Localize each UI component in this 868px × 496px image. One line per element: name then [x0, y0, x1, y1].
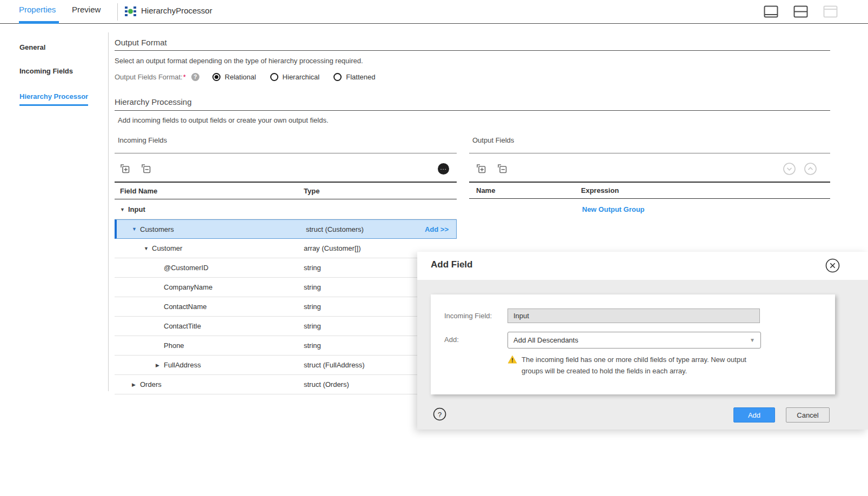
sidebar-divider: [108, 32, 109, 391]
more-options-button[interactable]: ...: [438, 163, 449, 175]
field-name-cell: ▶FullAddress: [115, 361, 304, 369]
field-name-text: Phone: [164, 341, 184, 350]
field-name-text: ContactName: [164, 303, 206, 311]
header-rule: [115, 199, 457, 199]
top-bar: Properties Preview HierarchyProcessor: [0, 0, 868, 24]
active-tab-underline: [19, 21, 59, 24]
add-button[interactable]: Add: [733, 407, 775, 423]
radio-selected-icon: [212, 73, 221, 81]
field-name-text: @CustomerID: [164, 264, 209, 272]
dialog-title-bar: Add Field: [417, 252, 868, 280]
sidebar-item-incoming-fields[interactable]: Incoming Fields: [19, 67, 73, 75]
field-name-text: ContactTitle: [164, 322, 201, 330]
field-name-text: CompanyName: [164, 283, 212, 291]
new-output-group-link[interactable]: New Output Group: [582, 205, 645, 213]
field-name-cell: @CustomerID: [115, 264, 304, 272]
field-row-orders[interactable]: ▶Ordersstruct (Orders): [115, 375, 457, 394]
field-name-text: Customer: [152, 244, 182, 252]
header-rule: [469, 198, 830, 199]
field-name-cell: ▼Customers: [117, 225, 306, 233]
svg-text:?: ?: [438, 411, 442, 419]
move-down-button[interactable]: [783, 162, 796, 178]
panel-split-layout-icon[interactable]: [793, 5, 808, 20]
toolbar-rule: [469, 182, 830, 183]
add-mode-label: Add:: [444, 336, 459, 344]
tab-properties[interactable]: Properties: [19, 5, 56, 14]
tab-preview[interactable]: Preview: [72, 5, 101, 14]
expand-all-button[interactable]: [475, 163, 487, 177]
field-row-companyname[interactable]: CompanyNamestring: [115, 278, 457, 297]
field-row-fulladdress[interactable]: ▶FullAddressstruct (FullAddress): [115, 356, 457, 375]
field-name-cell: ▶Orders: [115, 380, 304, 388]
radio-unselected-icon: [333, 73, 342, 81]
field-name-text: Orders: [140, 380, 162, 388]
caret-down-icon[interactable]: ▼: [132, 226, 140, 232]
hierarchy-processor-properties-page: Properties Preview HierarchyProcessor: [0, 0, 868, 496]
caret-down-icon[interactable]: ▼: [120, 207, 128, 212]
panel-top-layout-icon: [823, 5, 838, 20]
dialog-content-card: Incoming Field: Add: Add All Descendants…: [431, 294, 835, 394]
expand-all-button[interactable]: [119, 163, 131, 177]
field-name-cell: ContactTitle: [115, 322, 304, 330]
move-up-button[interactable]: [804, 162, 817, 178]
radio-option-label: Flattened: [346, 73, 375, 81]
field-type-text: array (Customer[]): [304, 244, 457, 252]
dialog-body: Incoming Field: Add: Add All Descendants…: [417, 280, 868, 430]
add-mode-select[interactable]: Add All Descendants ▼: [508, 332, 761, 348]
field-row--customerid[interactable]: @CustomerIDstring: [115, 258, 457, 278]
output-fields-format-label: Output Fields Format:: [115, 73, 183, 81]
sidebar-item-hierarchy-processor[interactable]: Hierarchy Processor: [19, 92, 88, 106]
toolbar-rule: [115, 182, 457, 183]
caret-right-icon[interactable]: ▶: [132, 382, 140, 387]
sidebar-item-general[interactable]: General: [19, 43, 45, 51]
hierarchy-processor-icon: [124, 5, 137, 20]
topbar-divider: [117, 3, 118, 21]
collapse-all-button[interactable]: [496, 163, 508, 177]
field-row-input[interactable]: ▼Input: [115, 200, 457, 219]
field-row-customers[interactable]: ▼Customersstruct (Customers)Add >>: [115, 219, 457, 239]
field-name-cell: ContactName: [115, 303, 304, 311]
radio-option-label: Relational: [225, 73, 256, 81]
field-row-customer[interactable]: ▼Customerarray (Customer[]): [115, 239, 457, 258]
cancel-button[interactable]: Cancel: [786, 407, 830, 423]
field-row-phone[interactable]: Phonestring: [115, 336, 457, 356]
add-mode-selected-value: Add All Descendants: [513, 336, 578, 344]
add-field-dialog: Add Field Incoming Field: Add: Add All D…: [417, 252, 868, 430]
panel-bottom-layout-icon[interactable]: [764, 5, 778, 20]
collapse-all-button[interactable]: [140, 163, 152, 177]
field-name-text: Input: [128, 205, 145, 213]
field-name-cell: ▼Customer: [115, 244, 304, 252]
field-name-cell: Phone: [115, 341, 304, 350]
field-row-contactname[interactable]: ContactNamestring: [115, 297, 457, 317]
help-tooltip-icon[interactable]: ?: [191, 73, 199, 81]
radio-unselected-icon: [270, 73, 278, 81]
output-format-options: RelationalHierarchicalFlattened: [212, 73, 376, 81]
output-fields-format-row: Output Fields Format:* ? RelationalHiera…: [115, 73, 375, 81]
help-icon[interactable]: ?: [433, 407, 446, 423]
warning-message: The incoming field has one or more child…: [508, 354, 753, 377]
output-format-heading: Output Format: [115, 38, 167, 47]
warning-icon: [508, 354, 517, 377]
output-fields-panel-title: Output Fields: [472, 136, 514, 144]
field-name-text: FullAddress: [164, 361, 201, 369]
radio-hierarchical[interactable]: Hierarchical: [270, 73, 320, 81]
dialog-title: Add Field: [431, 259, 472, 270]
caret-down-icon[interactable]: ▼: [144, 246, 152, 251]
window-layout-buttons: [764, 5, 838, 20]
close-icon[interactable]: [825, 258, 840, 275]
caret-right-icon[interactable]: ▶: [156, 363, 164, 368]
hierarchy-processing-heading: Hierarchy Processing: [115, 97, 192, 106]
radio-option-label: Hierarchical: [283, 73, 320, 81]
field-name-cell: ▼Input: [115, 205, 304, 213]
field-row-contacttitle[interactable]: ContactTitlestring: [115, 317, 457, 336]
field-name-cell: CompanyName: [115, 283, 304, 291]
incoming-fields-rows: ▼Input▼Customersstruct (Customers)Add >>…: [115, 200, 457, 394]
radio-flattened[interactable]: Flattened: [333, 73, 375, 81]
column-header-expression: Expression: [581, 186, 619, 195]
panel-rule: [469, 153, 830, 153]
chevron-down-icon: ▼: [750, 337, 755, 343]
radio-relational[interactable]: Relational: [212, 73, 256, 81]
panel-rule: [115, 153, 457, 153]
add-field-link[interactable]: Add >>: [425, 225, 449, 233]
section-rule: [115, 110, 830, 111]
